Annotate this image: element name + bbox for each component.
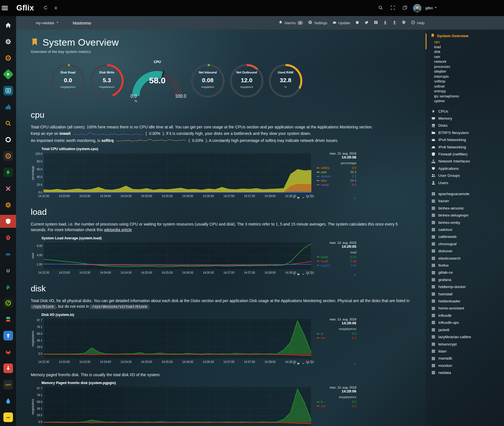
menu-item-hddtemp-docker[interactable]: hddtemp-docker xyxy=(431,283,502,290)
user-menu[interactable]: gilbn xyxy=(425,6,437,10)
menu-item-apacheguacamole[interactable]: apacheguacamole xyxy=(431,190,502,197)
menu-item-cpus[interactable]: CPUs xyxy=(431,108,502,115)
menu-subitem-entropy[interactable]: entropy xyxy=(434,89,502,94)
chart-zoom-in-button[interactable]: + xyxy=(307,196,308,199)
chart-zoom-in-button[interactable]: + xyxy=(307,272,308,276)
sidebar-app-red-shield-icon[interactable] xyxy=(0,215,16,228)
menu-subitem-softnet[interactable]: softnet xyxy=(434,84,502,89)
legend-out[interactable]: out-5.3 xyxy=(317,336,356,340)
sidebar-app-container-icon[interactable] xyxy=(0,84,16,97)
menu-subitem-network[interactable]: network xyxy=(434,59,502,64)
chart-resize-handle[interactable]: ↕ xyxy=(354,272,356,276)
netdata-help-button[interactable]: ?Help xyxy=(411,20,425,25)
chart-pan-right-button[interactable]: » xyxy=(302,362,304,365)
chart-pan-right-button[interactable]: » xyxy=(302,272,304,276)
sidebar-app-white-ring-icon[interactable] xyxy=(0,133,16,146)
netdata-settings-button[interactable]: Settings xyxy=(308,20,327,25)
menu-item-network-interfaces[interactable]: Network Interfaces xyxy=(431,158,502,165)
sidebar-app-green-play-icon[interactable] xyxy=(0,68,16,81)
legend-load1[interactable]: load16.51 xyxy=(317,255,356,259)
sidebar-app-green-mu-icon[interactable]: µ xyxy=(0,280,16,293)
pgpgio-chart[interactable]: Memory Paged from/to disk (system.pgpgio… xyxy=(31,381,414,426)
menu-item-calibreweb[interactable]: calibreweb xyxy=(431,233,502,240)
fullscreen-button[interactable] xyxy=(389,4,397,13)
load-chart[interactable]: System Load Average (system.load) 2.004.… xyxy=(31,236,414,276)
netdata-alarms-button[interactable]: Alarms2 xyxy=(278,20,303,25)
sidebar-app-blue-drop-icon[interactable] xyxy=(0,394,16,407)
menu-item-elasticsearch[interactable]: elasticsearch xyxy=(431,255,502,262)
sidebar-app-gitlab-icon[interactable] xyxy=(0,345,16,358)
chart-pan-right-button[interactable]: » xyxy=(302,196,304,199)
sidebar-app-orange-gear-icon[interactable] xyxy=(0,198,16,211)
menu-item-ipv4-networking[interactable]: IPv4 Networking xyxy=(431,136,502,143)
menu-item-users[interactable]: Users xyxy=(431,179,502,186)
legend-in[interactable]: in0.0 xyxy=(317,400,356,404)
sidebar-app-red-green-stack-icon[interactable] xyxy=(0,313,16,326)
netdata-upload-button[interactable] xyxy=(392,20,397,25)
sidebar-app-red-dots-icon[interactable] xyxy=(0,231,16,244)
legend-load15[interactable]: load152.06 xyxy=(317,264,356,268)
chart-zoom-out-button[interactable]: − xyxy=(311,196,313,199)
chart-pan-left-button[interactable]: « xyxy=(293,272,295,276)
hamburger-menu-button[interactable] xyxy=(0,3,10,13)
menu-item-firefox[interactable]: firefox xyxy=(431,262,502,269)
sidebar-app-gray-horseshoe-icon[interactable]: ∪ xyxy=(0,264,16,277)
windows-button[interactable] xyxy=(401,4,409,13)
menu-subitem-ipc-semaphores[interactable]: ipc semaphores xyxy=(434,94,502,99)
menu-item-netdata[interactable]: netdata xyxy=(431,369,502,376)
menu-item-letsencrypt[interactable]: letsencrypt xyxy=(431,341,502,348)
menu-item-diskover[interactable]: diskover xyxy=(431,247,502,255)
chart-play-button[interactable]: ▶ xyxy=(298,362,300,365)
menu-item-user-groups[interactable]: User Groups xyxy=(431,172,502,179)
netdata-download-button[interactable] xyxy=(383,20,387,25)
sidebar-app-pink-cross-icon[interactable] xyxy=(0,182,16,195)
menu-item-grafana[interactable]: grafana xyxy=(431,276,502,283)
chart-resize-handle[interactable]: ↕ xyxy=(354,362,356,366)
netdata-github-button[interactable] xyxy=(355,20,359,25)
sidebar-app-blue-up-tile-icon[interactable] xyxy=(0,329,16,342)
legend-in[interactable]: in0.0 xyxy=(317,332,356,336)
gauge-net-inbound[interactable]: Net Inbound 0.08 megabits/s xyxy=(190,63,226,100)
legend-nice[interactable]: nice20.4 xyxy=(317,179,356,183)
menu-item-binhex-airsonic[interactable]: binhex-airsonic xyxy=(431,205,502,212)
netdata-print-button[interactable] xyxy=(402,20,406,25)
menu-item-binhex-delugevpn[interactable]: binhex-delugevpn xyxy=(431,212,502,219)
gauge-disk-read[interactable]: Disk Read 0.0 megabytes/s xyxy=(50,63,86,100)
menu-subitem-processes[interactable]: processes xyxy=(434,64,502,70)
menu-item-memory[interactable]: Memory xyxy=(431,115,502,122)
menu-item-influxdb-ups[interactable]: influxdb-ups xyxy=(431,319,502,326)
menu-subitem-uptime[interactable]: uptime xyxy=(434,99,502,104)
menu-item-binhex-emby[interactable]: binhex-emby xyxy=(431,219,502,226)
netdata-twitter-button[interactable] xyxy=(364,20,369,25)
menu-subitem-disk[interactable]: disk xyxy=(434,50,502,55)
menu-item-jackett[interactable]: jackett xyxy=(431,326,502,333)
chart-zoom-in-button[interactable]: + xyxy=(307,362,308,365)
refresh-button[interactable] xyxy=(41,4,50,13)
wikipedia-link[interactable]: wikipedia article xyxy=(104,228,132,232)
gauge-cpu[interactable]: CPU 58.0 0.0 100.0 % xyxy=(128,60,187,103)
sidebar-app-audio-bars-icon[interactable] xyxy=(0,101,16,113)
menu-item-mariadb[interactable]: mariadb xyxy=(431,355,502,362)
legend-softirq[interactable]: softirq0.0 xyxy=(317,166,356,170)
sidebar-app-orange-search-icon[interactable] xyxy=(0,117,16,130)
gauge-disk-write[interactable]: Disk Write 5.3 megabytes/s xyxy=(89,63,125,100)
legend-iowait[interactable]: iowait0.0 xyxy=(317,183,356,187)
menu-item-firewall-netfilter[interactable]: Firewall (netfilter) xyxy=(431,151,502,158)
search-button[interactable] xyxy=(377,4,385,13)
disk-io-chart[interactable]: Disk I/O (system.io) 0.019.539.158.678.1… xyxy=(31,313,414,366)
menu-item-bazarr[interactable]: bazarr xyxy=(431,197,502,204)
menu-item-chronograf[interactable]: chronograf xyxy=(431,240,502,247)
menu-subitem-ram[interactable]: ram xyxy=(434,55,502,60)
sidebar-app-red-download-icon[interactable] xyxy=(0,362,16,375)
close-button[interactable]: × xyxy=(52,3,59,13)
legend-load5[interactable]: load52.68 xyxy=(317,259,356,264)
sidebar-app-sab-icon[interactable]: sab xyxy=(0,411,16,424)
menu-item-ipv6-networking[interactable]: IPv6 Networking xyxy=(431,144,502,151)
avatar[interactable] xyxy=(413,4,421,12)
menu-item-cadvisor[interactable]: cadvisor xyxy=(431,226,502,233)
sidebar-app-lazy-icon[interactable]: LAZY xyxy=(0,378,16,391)
cpu-chart[interactable]: Total CPU utilization (system.cpu) 0.020… xyxy=(31,147,414,200)
chart-play-button[interactable]: ▶ xyxy=(298,272,300,276)
menu-item-lazylibrarian-calibre[interactable]: lazylibrarian-calibre xyxy=(431,333,502,340)
sidebar-app-dark-green-circle-icon[interactable] xyxy=(0,296,16,309)
